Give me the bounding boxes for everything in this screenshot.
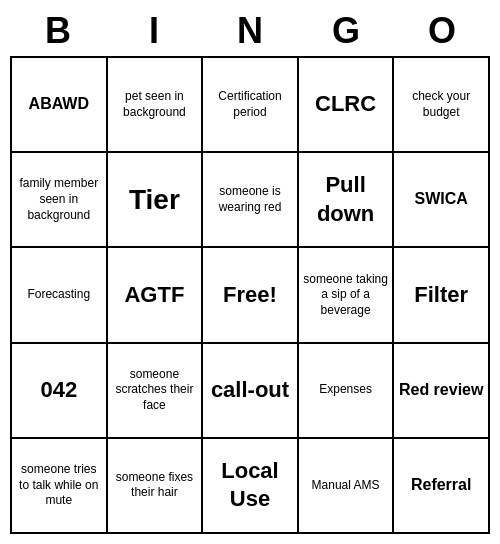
bingo-letter-g: G (298, 10, 394, 52)
cell-r3-c2: call-out (203, 344, 299, 439)
cell-r3-c0: 042 (12, 344, 108, 439)
cell-r1-c2: someone is wearing red (203, 153, 299, 248)
cell-r1-c4: SWICA (394, 153, 490, 248)
cell-r0-c2: Certification period (203, 58, 299, 153)
bingo-letter-o: O (394, 10, 490, 52)
bingo-letter-b: B (10, 10, 106, 52)
cell-r2-c1: AGTF (108, 248, 204, 343)
cell-r1-c3: Pull down (299, 153, 395, 248)
bingo-letter-n: N (202, 10, 298, 52)
cell-r0-c4: check your budget (394, 58, 490, 153)
cell-r3-c1: someone scratches their face (108, 344, 204, 439)
cell-r1-c1: Tier (108, 153, 204, 248)
cell-r0-c0: ABAWD (12, 58, 108, 153)
cell-r3-c4: Red review (394, 344, 490, 439)
cell-r2-c0: Forecasting (12, 248, 108, 343)
bingo-letter-i: I (106, 10, 202, 52)
cell-r4-c3: Manual AMS (299, 439, 395, 534)
bingo-grid: ABAWDpet seen in backgroundCertification… (10, 56, 490, 534)
cell-r0-c3: CLRC (299, 58, 395, 153)
cell-r2-c2: Free! (203, 248, 299, 343)
cell-r4-c1: someone fixes their hair (108, 439, 204, 534)
cell-r4-c0: someone tries to talk while on mute (12, 439, 108, 534)
cell-r3-c3: Expenses (299, 344, 395, 439)
bingo-title: BINGO (10, 10, 490, 52)
cell-r0-c1: pet seen in background (108, 58, 204, 153)
cell-r2-c4: Filter (394, 248, 490, 343)
cell-r2-c3: someone taking a sip of a beverage (299, 248, 395, 343)
cell-r4-c2: Local Use (203, 439, 299, 534)
cell-r1-c0: family member seen in background (12, 153, 108, 248)
cell-r4-c4: Referral (394, 439, 490, 534)
